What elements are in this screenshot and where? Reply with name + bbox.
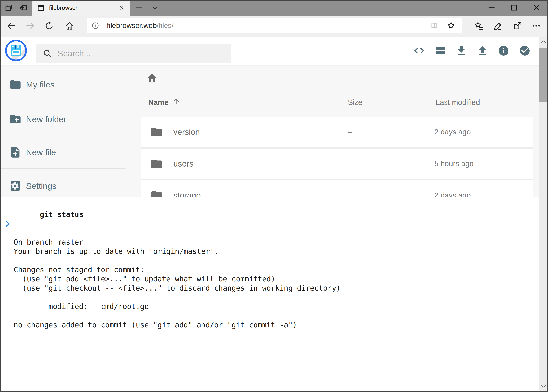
address-bar[interactable]: filebrowser.web/files/ bbox=[87, 18, 462, 33]
terminal-output-line bbox=[14, 256, 539, 265]
sidebar-item-settings[interactable]: Settings bbox=[0, 176, 126, 196]
column-header-modified[interactable]: Last modified bbox=[436, 98, 480, 107]
file-row-users[interactable]: users – 5 hours ago bbox=[141, 148, 533, 179]
new-tab-icon[interactable] bbox=[135, 4, 143, 12]
refresh-icon[interactable] bbox=[44, 21, 54, 31]
terminal-output-line bbox=[14, 293, 539, 302]
settings-gear-icon bbox=[9, 180, 21, 192]
sort-ascending-icon[interactable] bbox=[172, 97, 180, 105]
sidebar-item-new-folder[interactable]: New folder bbox=[0, 109, 126, 129]
download-icon[interactable] bbox=[456, 45, 467, 56]
reading-view-icon[interactable] bbox=[430, 21, 439, 30]
terminal-output-line bbox=[14, 311, 539, 320]
new-file-icon bbox=[9, 146, 21, 159]
browser-window: filebrowser bbox=[0, 0, 548, 392]
upload-icon[interactable] bbox=[477, 45, 488, 56]
minimize-button[interactable] bbox=[487, 3, 497, 13]
file-modified: 2 days ago bbox=[434, 117, 471, 147]
terminal-output-line: On branch master bbox=[14, 238, 539, 247]
back-icon[interactable] bbox=[7, 21, 16, 31]
terminal-output-line bbox=[14, 329, 539, 339]
app-header bbox=[0, 37, 548, 65]
terminal-output-line bbox=[14, 228, 539, 238]
new-folder-icon bbox=[9, 113, 21, 126]
column-header-name[interactable]: Name bbox=[148, 98, 169, 107]
folder-icon bbox=[9, 78, 21, 91]
share-icon[interactable] bbox=[513, 21, 522, 31]
info-icon[interactable] bbox=[498, 45, 509, 56]
web-note-pen-icon[interactable] bbox=[493, 21, 503, 31]
sidebar-item-label: New folder bbox=[26, 109, 66, 129]
breadcrumb-home-icon[interactable] bbox=[146, 72, 158, 84]
terminal-cursor-line bbox=[14, 339, 539, 348]
sidebar-divider bbox=[1, 168, 126, 168]
text-cursor bbox=[14, 339, 14, 348]
scroll-down-icon[interactable] bbox=[539, 381, 548, 392]
folder-icon bbox=[150, 126, 163, 139]
terminal-output-line: modified: cmd/root.go bbox=[14, 302, 539, 311]
sidebar-item-label: Settings bbox=[26, 176, 56, 196]
scrollbar-thumb[interactable] bbox=[539, 48, 548, 102]
file-size: – bbox=[348, 148, 352, 179]
terminal-output-line: (use "git checkout -- <file>..." to disc… bbox=[14, 284, 539, 293]
url-path: /files/ bbox=[157, 21, 173, 29]
code-view-icon[interactable] bbox=[413, 45, 425, 56]
terminal-output-line: (use "git add <file>..." to update what … bbox=[14, 274, 539, 284]
url-host: filebrowser.web bbox=[107, 21, 157, 29]
forward-icon[interactable] bbox=[25, 21, 35, 31]
tab-preview-icon[interactable] bbox=[4, 3, 13, 12]
ellipsis-menu-icon[interactable] bbox=[531, 21, 541, 31]
column-header-size[interactable]: Size bbox=[348, 98, 362, 107]
tasks-check-icon[interactable] bbox=[519, 45, 531, 56]
search-icon bbox=[42, 49, 52, 58]
file-modified: 5 hours ago bbox=[434, 148, 474, 179]
listing-divider bbox=[146, 91, 527, 92]
page-icon bbox=[37, 4, 45, 12]
file-name: version bbox=[173, 117, 200, 147]
search-box[interactable] bbox=[36, 44, 231, 63]
tab-title: filebrowser bbox=[49, 0, 77, 16]
terminal-panel[interactable]: git status On branch master Your branch … bbox=[0, 197, 539, 392]
tab-bar: filebrowser bbox=[0, 0, 548, 16]
terminal-output-line: Your branch is up to date with 'origin/m… bbox=[14, 247, 539, 256]
prompt-chevron-icon bbox=[6, 203, 11, 208]
file-row-version[interactable]: version – 2 days ago bbox=[141, 117, 533, 147]
tab-list-chevron-icon[interactable] bbox=[151, 5, 159, 11]
file-name: users bbox=[173, 148, 194, 179]
sidebar-item-label: My files bbox=[26, 75, 55, 94]
tab-close-icon[interactable] bbox=[118, 4, 126, 12]
address-separator bbox=[103, 20, 103, 31]
terminal-output-line: no changes added to commit (use "git add… bbox=[14, 320, 539, 329]
sidebar-item-my-files[interactable]: My files bbox=[0, 75, 126, 94]
maximize-button[interactable] bbox=[509, 3, 519, 13]
navigation-toolbar: filebrowser.web/files/ bbox=[0, 16, 548, 37]
url-text[interactable]: filebrowser.web/files/ bbox=[107, 18, 173, 33]
sidebar-item-new-file[interactable]: New file bbox=[0, 142, 126, 162]
hub-favorites-icon[interactable] bbox=[474, 21, 484, 31]
sidebar-divider bbox=[1, 101, 126, 101]
browser-tab[interactable]: filebrowser bbox=[32, 0, 130, 16]
scroll-up-icon[interactable] bbox=[539, 37, 548, 47]
file-size: – bbox=[348, 117, 352, 147]
grid-view-icon[interactable] bbox=[434, 45, 446, 56]
window-close-button[interactable] bbox=[531, 3, 541, 13]
terminal-command: git status bbox=[40, 210, 83, 219]
search-input[interactable] bbox=[57, 44, 226, 63]
filebrowser-logo-icon[interactable] bbox=[5, 39, 27, 62]
folder-icon bbox=[150, 157, 163, 170]
favorite-star-icon[interactable] bbox=[446, 21, 456, 30]
set-tabs-aside-icon[interactable] bbox=[19, 3, 28, 12]
terminal-output-line: Changes not staged for commit: bbox=[14, 265, 539, 274]
sidebar-item-label: New file bbox=[26, 142, 56, 162]
site-info-icon[interactable] bbox=[91, 21, 99, 30]
page-scrollbar[interactable] bbox=[539, 37, 548, 392]
terminal-prompt-line: git status bbox=[14, 201, 539, 228]
home-icon[interactable] bbox=[65, 21, 74, 31]
